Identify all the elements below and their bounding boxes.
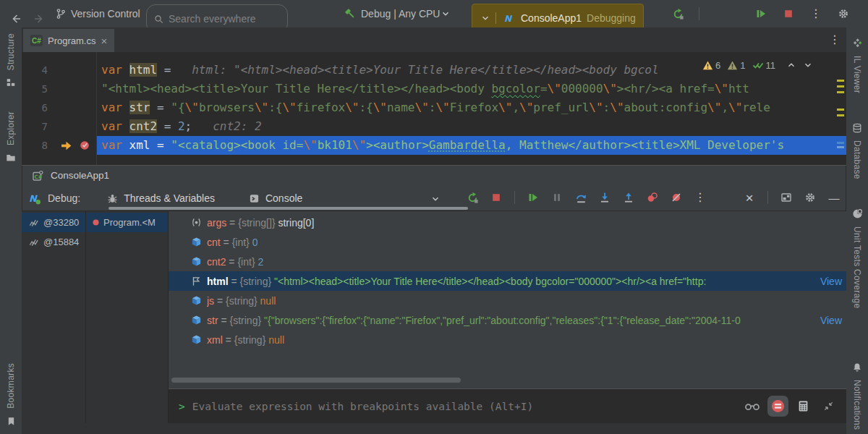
threads-list[interactable]: @33280@15884 <box>22 211 86 425</box>
gutter-row[interactable]: 4 <box>22 61 96 80</box>
evaluate-expression-bar[interactable]: > Evaluate expression with breakpoints a… <box>169 388 846 423</box>
toolwindow-button-explorer[interactable]: Explorer <box>4 111 18 165</box>
rerun-icon[interactable] <box>464 190 480 205</box>
resume-icon[interactable] <box>752 5 770 22</box>
bookmark-icon <box>4 414 18 428</box>
debug-tab-threads-variables[interactable]: Threads & Variables <box>102 191 219 205</box>
variable-row[interactable]: xml = {string} null <box>169 330 846 349</box>
variables-tree[interactable]: args = {string[]} string[0]cnt = {int} 0… <box>169 211 846 390</box>
settings-icon[interactable] <box>802 190 818 205</box>
separator <box>514 191 515 204</box>
code-segment: bgcolor <box>491 82 540 95</box>
code-segment: 2 <box>178 119 185 133</box>
thread-row[interactable]: @33280 <box>22 213 85 232</box>
more-icon[interactable]: ⋮ <box>807 5 825 22</box>
code-line[interactable]: var xml = "<catalog><book id=\"bk101\"><… <box>97 136 846 155</box>
code-segment: = <box>150 101 171 114</box>
toolwindow-label: Unit Tests Coverage <box>852 226 862 309</box>
code-segment: "{"browsers":{"firefox":{"name":"Firefox… <box>264 315 741 326</box>
tab-scroll-indicator[interactable] <box>109 207 468 210</box>
code-editor[interactable]: 45678 var html = html: "<html><head><tit… <box>22 52 846 165</box>
rerun-icon[interactable] <box>669 5 686 22</box>
step-into-icon[interactable] <box>597 190 613 205</box>
toolwindow-button-bookmarks[interactable]: Bookmarks <box>4 363 18 428</box>
collapse-icon[interactable] <box>820 399 836 414</box>
toolwindow-button-database[interactable]: Database <box>850 121 864 179</box>
vcs-widget[interactable]: Version Control <box>54 0 140 27</box>
close-icon[interactable]: × <box>101 35 107 47</box>
chevron-up-icon[interactable] <box>786 58 796 72</box>
variable-type: {int} <box>237 256 258 268</box>
build-config-widget[interactable]: Debug | Any CPU <box>343 0 451 27</box>
chevron-down-icon[interactable] <box>428 192 443 206</box>
gutter-row[interactable]: 6 <box>22 98 96 117</box>
frame-row[interactable]: Program.<M <box>86 213 168 232</box>
variable-row[interactable]: cnt2 = {int} 2 <box>169 252 846 271</box>
tab-program-cs[interactable]: C# Program.cs × <box>23 29 114 52</box>
code-segment: var <box>101 63 129 77</box>
chevron-down-icon[interactable] <box>803 58 813 72</box>
horizontal-scrollbar[interactable] <box>171 378 461 383</box>
close-icon[interactable]: × <box>741 190 757 205</box>
variable-row[interactable]: js = {string} null <box>169 291 846 310</box>
toolwindow-button-unit-tests-coverage[interactable]: Unit Tests Coverage <box>850 207 864 309</box>
code-segment: cnt2 <box>129 119 158 133</box>
gutter-row[interactable]: 5 <box>22 80 96 98</box>
editor-scrollbar[interactable] <box>835 52 844 165</box>
more-icon[interactable]: ⋮ <box>692 190 708 205</box>
svg-text:C#: C# <box>34 174 42 180</box>
mute-breakpoints-icon[interactable] <box>668 190 684 205</box>
toolwindow-button-notifications[interactable]: Notifications <box>850 360 864 430</box>
warnings-count: 6 <box>702 58 720 72</box>
variable-row[interactable]: str = {string} "{"browsers":{"firefox":{… <box>169 310 846 330</box>
code-segment: str <box>129 101 150 114</box>
variable-row[interactable]: cnt = {int} 0 <box>169 232 846 252</box>
debug-tab-console[interactable]: Console <box>244 191 307 205</box>
ok-icon <box>752 58 764 72</box>
toolwindow-button-structure[interactable]: Structure <box>4 33 18 90</box>
stop-icon[interactable] <box>780 5 797 22</box>
left-stripe-top: StructureExplorer <box>0 33 22 165</box>
calculator-icon[interactable] <box>795 399 811 414</box>
thread-label: @33280 <box>43 217 79 228</box>
view-link[interactable]: View <box>814 310 842 330</box>
main-toolbar: Version Control Search everywhere Debug … <box>0 0 868 27</box>
breakpoint-verified-icon[interactable] <box>77 138 92 153</box>
code-line[interactable]: "<html><head><title>Your Title Here</tit… <box>97 80 846 98</box>
resume-icon[interactable] <box>525 190 541 205</box>
search-placeholder: Search everywhere <box>169 13 256 25</box>
view-link[interactable]: View <box>814 271 842 291</box>
code-line[interactable]: var cnt2 = 2; cnt2: 2 <box>97 117 846 136</box>
editor-gutter[interactable]: 45678 <box>22 52 97 165</box>
stop-icon[interactable] <box>488 190 504 205</box>
gutter-row[interactable]: 8 <box>22 136 96 155</box>
warning-icon <box>702 58 713 72</box>
gutter-row[interactable]: 7 <box>22 117 96 136</box>
watches-icon[interactable] <box>744 399 760 414</box>
pause-icon[interactable] <box>549 190 565 205</box>
breakpoint-toggle-icon[interactable] <box>770 399 786 414</box>
inspections-widget[interactable]: 6 1 11 <box>698 56 817 74</box>
hide-icon[interactable]: — <box>826 190 842 205</box>
settings-icon[interactable] <box>835 5 852 22</box>
variable-name: xml <box>207 334 223 346</box>
view-breakpoints-icon[interactable] <box>644 190 660 205</box>
variable-row[interactable]: args = {string[]} string[0] <box>169 213 846 232</box>
thread-row[interactable]: @15884 <box>22 232 85 252</box>
toolwindow-label: Notifications <box>852 380 862 430</box>
layout-icon[interactable] <box>778 190 794 205</box>
code-segment: = <box>157 63 178 77</box>
more-icon[interactable]: ⋮ <box>829 33 841 46</box>
dotnet-debug-icon: N <box>27 191 42 205</box>
code-line[interactable]: var str = "{\"browsers\":{\"firefox\":{\… <box>97 98 846 117</box>
toolwindow-button-il-viewer[interactable]: IL Viewer <box>850 36 864 93</box>
variable-row[interactable]: html = {string} "<html><head><title>Your… <box>169 271 846 291</box>
step-over-icon[interactable] <box>573 190 589 205</box>
frames-list[interactable]: Program.<M <box>86 211 169 425</box>
code-segment: = <box>157 119 178 133</box>
scrollbar-mark <box>837 109 844 111</box>
code-segment: var <box>101 101 129 114</box>
right-stripe-bottom: Notifications <box>846 360 868 430</box>
chevron-down-icon <box>480 11 490 25</box>
step-out-icon[interactable] <box>621 190 637 205</box>
